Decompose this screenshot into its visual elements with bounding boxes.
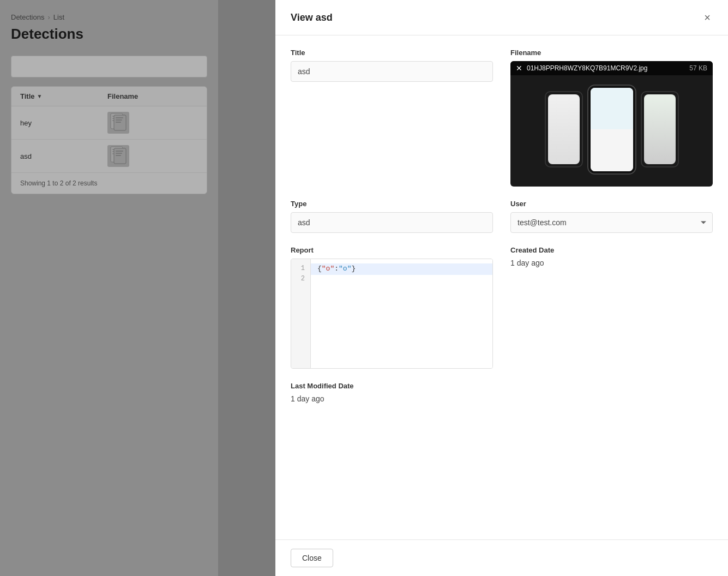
phones-container xyxy=(545,85,679,175)
form-col-user: User test@test.com xyxy=(510,200,713,233)
modal-body: Title Filename ✕ 01HJ8PPRH8WZY8KQ7B91MCR… xyxy=(275,35,728,539)
form-col-filename: Filename ✕ 01HJ8PPRH8WZY8KQ7B91MCR9V2.jp… xyxy=(510,49,713,187)
form-col-type: Type xyxy=(291,200,493,233)
type-label: Type xyxy=(291,200,493,208)
form-row-report-created: Report 1 2 {"o":"o"} xyxy=(291,246,713,369)
code-editor-inner: 1 2 {"o":"o"} xyxy=(291,259,492,368)
user-select-wrapper: test@test.com xyxy=(510,212,713,233)
code-content[interactable]: {"o":"o"} xyxy=(311,259,492,368)
phone-screen-2 xyxy=(591,88,633,171)
json-colon: : xyxy=(334,265,339,273)
image-upload-area: ✕ 01HJ8PPRH8WZY8KQ7B91MCR9V2.jpg 57 KB xyxy=(510,61,713,187)
modal-footer: Close xyxy=(275,539,728,576)
form-col-empty xyxy=(510,382,713,403)
line-number-1: 1 xyxy=(297,263,305,274)
modal-overlay: View asd × Title Filename ✕ 01HJ8PPRH8WZ… xyxy=(0,0,728,576)
form-col-report: Report 1 2 {"o":"o"} xyxy=(291,246,493,369)
created-date-label: Created Date xyxy=(510,246,713,254)
line-number-2: 2 xyxy=(297,274,305,284)
created-date-value: 1 day ago xyxy=(510,259,713,267)
image-filename-text: 01HJ8PPRH8WZY8KQ7B91MCR9V2.jpg xyxy=(527,64,685,72)
report-label: Report xyxy=(291,246,493,254)
form-row-modified: Last Modified Date 1 day ago xyxy=(291,382,713,403)
close-x-button[interactable]: × xyxy=(702,10,713,25)
filename-label: Filename xyxy=(510,49,713,57)
user-select[interactable]: test@test.com xyxy=(510,212,713,233)
image-preview xyxy=(510,61,713,187)
json-brace-close: } xyxy=(351,265,356,273)
phone-mockup-3 xyxy=(641,91,679,167)
phone-screen-1 xyxy=(548,94,580,164)
phone-screen-3 xyxy=(644,94,676,164)
image-filename-bar: ✕ 01HJ8PPRH8WZY8KQ7B91MCR9V2.jpg 57 KB xyxy=(510,61,713,75)
json-key: "o" xyxy=(322,265,334,273)
phone-mockup-2 xyxy=(587,85,636,175)
image-size-text: 57 KB xyxy=(689,64,707,72)
form-row-title-filename: Title Filename ✕ 01HJ8PPRH8WZY8KQ7B91MCR… xyxy=(291,49,713,187)
json-value: "o" xyxy=(339,265,351,273)
modal-title: View asd xyxy=(291,12,333,23)
type-input[interactable] xyxy=(291,212,493,233)
image-remove-button[interactable]: ✕ xyxy=(516,64,522,72)
line-numbers: 1 2 xyxy=(291,259,311,368)
json-brace-open: { xyxy=(317,265,322,273)
form-col-created: Created Date 1 day ago xyxy=(510,246,713,369)
last-modified-label: Last Modified Date xyxy=(291,382,493,390)
modal-panel: View asd × Title Filename ✕ 01HJ8PPRH8WZ… xyxy=(275,0,728,576)
user-label: User xyxy=(510,200,713,208)
title-input[interactable] xyxy=(291,61,493,82)
form-col-modified: Last Modified Date 1 day ago xyxy=(291,382,493,403)
title-label: Title xyxy=(291,49,493,57)
code-editor: 1 2 {"o":"o"} xyxy=(291,259,493,369)
last-modified-value: 1 day ago xyxy=(291,394,493,403)
form-col-title: Title xyxy=(291,49,493,187)
modal-header: View asd × xyxy=(275,0,728,35)
code-line-1: {"o":"o"} xyxy=(311,263,492,275)
phone-mockup-1 xyxy=(545,91,583,167)
form-row-type-user: Type User test@test.com xyxy=(291,200,713,233)
close-button[interactable]: Close xyxy=(291,549,333,567)
